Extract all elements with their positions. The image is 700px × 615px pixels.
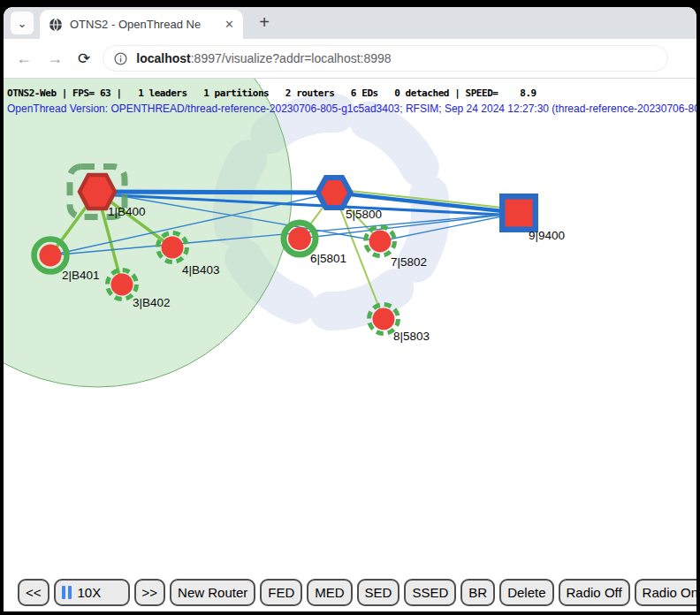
ssed-button[interactable]: SSED bbox=[404, 579, 456, 606]
button-label: SSED bbox=[412, 586, 448, 599]
page-info-icon[interactable] bbox=[114, 52, 127, 65]
openthread-version-line: OpenThread Version: OPENTHREAD/thread-re… bbox=[7, 102, 696, 115]
node-1[interactable] bbox=[80, 175, 115, 209]
radio-off-button[interactable]: Radio Off bbox=[559, 579, 630, 606]
node-5[interactable] bbox=[318, 178, 351, 208]
tab-otns2[interactable]: OTNS2 - OpenThread Ne ✕ bbox=[40, 10, 243, 39]
node-2-label: 2|B401 bbox=[62, 269, 100, 282]
pause-icon bbox=[62, 586, 74, 599]
sed-button[interactable]: SED bbox=[357, 579, 400, 606]
reload-icon[interactable]: ⟳ bbox=[78, 51, 90, 66]
edge-1-5 bbox=[97, 192, 334, 193]
node-4[interactable] bbox=[162, 237, 184, 259]
node-8-label: 8|5803 bbox=[393, 330, 430, 343]
status-line: OTNS2-Web | FPS= 63 | 1 leaders 1 partit… bbox=[7, 87, 536, 99]
button-label: New Router bbox=[178, 586, 247, 599]
node-7-label: 7|5802 bbox=[391, 255, 427, 269]
node-7[interactable] bbox=[369, 231, 392, 253]
plus-icon: + bbox=[259, 12, 270, 33]
node-6-label: 6|5801 bbox=[310, 252, 346, 265]
radio-on-button[interactable]: Radio On bbox=[635, 579, 696, 606]
tab-close-icon[interactable]: ✕ bbox=[224, 18, 234, 31]
new-tab-button[interactable]: + bbox=[253, 11, 276, 34]
button-label: BR bbox=[468, 586, 487, 599]
button-label: Delete bbox=[507, 586, 545, 599]
url-path: :8997/visualize?addr=localhost:8998 bbox=[191, 51, 392, 65]
browser-window: ⌄ OTNS2 - OpenThread Ne ✕ + ← → ⟳ localh… bbox=[4, 7, 696, 611]
button-label: >> bbox=[142, 586, 158, 599]
node-9-fill bbox=[506, 200, 533, 227]
node-3[interactable] bbox=[111, 274, 133, 296]
button-label: Radio On bbox=[643, 586, 696, 599]
speed-button[interactable]: 10X bbox=[54, 579, 130, 606]
radio-range-circle bbox=[4, 79, 292, 387]
button-label: 10X bbox=[78, 586, 102, 599]
forward-icon[interactable]: → bbox=[47, 50, 63, 66]
chevron-down-icon: ⌄ bbox=[18, 17, 27, 30]
node-9-label: 9|9400 bbox=[529, 229, 565, 242]
node-5-label: 5|5800 bbox=[346, 208, 382, 221]
fed-button[interactable]: FED bbox=[260, 579, 302, 606]
step-back-button[interactable]: << bbox=[18, 579, 49, 606]
node-2[interactable] bbox=[40, 245, 62, 267]
button-label: SED bbox=[365, 586, 392, 599]
address-field[interactable]: localhost:8997/visualize?addr=localhost:… bbox=[103, 45, 668, 72]
br-button[interactable]: BR bbox=[460, 579, 495, 606]
step-forward-button[interactable]: >> bbox=[134, 579, 166, 606]
url-host: localhost bbox=[136, 51, 190, 65]
node-8[interactable] bbox=[373, 308, 395, 330]
button-label: FED bbox=[268, 586, 294, 599]
delete-button[interactable]: Delete bbox=[499, 579, 553, 606]
new-router-button[interactable]: New Router bbox=[170, 579, 255, 606]
tab-strip: ⌄ OTNS2 - OpenThread Ne ✕ + bbox=[4, 7, 696, 39]
url-text: localhost:8997/visualize?addr=localhost:… bbox=[136, 51, 391, 65]
tab-search-button[interactable]: ⌄ bbox=[11, 11, 34, 34]
simulation-canvas-area: 1|B4002|B4013|B4024|B4035|58006|58017|58… bbox=[4, 79, 696, 573]
network-canvas[interactable]: 1|B4002|B4013|B4024|B4035|58006|58017|58… bbox=[4, 79, 696, 573]
node-4-label: 4|B403 bbox=[182, 263, 220, 277]
node-1-label: 1|B400 bbox=[108, 205, 146, 218]
back-icon[interactable]: ← bbox=[16, 50, 32, 66]
url-bar: ← → ⟳ localhost:8997/visualize?addr=loca… bbox=[4, 39, 696, 78]
button-label: MED bbox=[315, 586, 344, 599]
toolbar: <<10X>>New RouterFEDMEDSEDSSEDBRDeleteRa… bbox=[4, 573, 696, 611]
globe-favicon-icon bbox=[49, 18, 63, 32]
node-3-label: 3|B402 bbox=[133, 296, 171, 309]
button-label: Radio Off bbox=[567, 586, 622, 599]
med-button[interactable]: MED bbox=[307, 579, 352, 606]
button-label: << bbox=[26, 586, 42, 599]
tab-title: OTNS2 - OpenThread Ne bbox=[70, 18, 219, 32]
node-6[interactable] bbox=[288, 227, 311, 250]
